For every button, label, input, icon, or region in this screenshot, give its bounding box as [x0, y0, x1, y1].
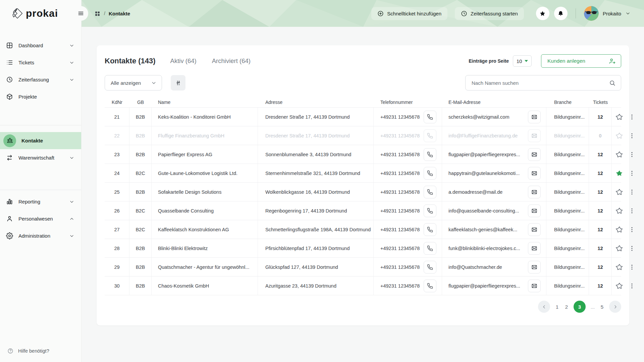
tab-aktiv[interactable]: Aktiv (64) — [170, 57, 197, 65]
quick-ticket-button[interactable]: Schnellticket hinzufügen — [371, 7, 447, 20]
favorite-star-button[interactable] — [616, 188, 623, 196]
avatar[interactable] — [584, 6, 599, 21]
pagination-next-button[interactable] — [609, 301, 621, 313]
email-button[interactable] — [528, 129, 541, 142]
pagination-page[interactable]: 5 — [600, 304, 604, 310]
row-menu-button[interactable] — [629, 189, 635, 195]
pagination-page-active[interactable]: 3 — [574, 301, 586, 313]
sidebar-item-zeiterfassung[interactable]: Zeiterfassung — [0, 71, 81, 88]
email-button[interactable] — [528, 223, 541, 236]
cell-adresse: Dresdener Straße 17, 44139 Dortmund — [258, 126, 374, 145]
kdnr-value: 25 — [114, 189, 119, 195]
favorite-star-button[interactable] — [616, 263, 623, 271]
filter-select[interactable]: Alle anzeigen — [105, 75, 162, 90]
table-row[interactable]: 27B2CKaffeeklatsch Konstruktionen AGSchm… — [105, 220, 621, 239]
table-row[interactable]: 21B2BKeks-Koalition - Konditorei GmbHDre… — [105, 107, 621, 126]
table-row[interactable]: 30B2BChaos-Kosmetik GmbHAzuritgasse 23, … — [105, 276, 621, 295]
apps-grid-icon[interactable] — [94, 10, 101, 17]
favorite-star-button-active[interactable] — [616, 170, 623, 177]
call-button[interactable] — [424, 129, 436, 142]
favorite-star-button[interactable] — [616, 282, 623, 290]
mail-icon — [531, 152, 537, 158]
chevron-down-icon[interactable] — [625, 11, 631, 16]
name-value: Quasselbande Consulting — [158, 208, 214, 214]
favorites-button[interactable] — [536, 7, 549, 20]
help-link[interactable]: Hilfe benötigt? — [0, 348, 82, 354]
email-button[interactable] — [528, 261, 541, 274]
table-row[interactable]: 22B2BFluffige Finanzberatung GmbHDresden… — [105, 126, 621, 145]
row-menu-button[interactable] — [629, 170, 635, 177]
tickets-value: 12 — [597, 189, 603, 195]
pagination-prev-button[interactable] — [538, 301, 550, 313]
table-row[interactable]: 29B2BQuatschmacher - Agentur für ungewöh… — [105, 257, 621, 276]
email-button[interactable] — [528, 242, 541, 255]
email-value: funk@blinkiblinki-electrojokes.c... — [448, 246, 520, 251]
table-row[interactable]: 28B2BBlinki-Blinki ElektrowitzPfirsichbl… — [105, 239, 621, 257]
table-row[interactable]: 24B2CGute-Laune-Lokomotive Logistik Ltd.… — [105, 164, 621, 182]
phone-icon — [427, 152, 433, 158]
call-button[interactable] — [424, 111, 436, 123]
favorite-star-button[interactable] — [616, 113, 623, 121]
email-button[interactable] — [528, 111, 541, 123]
favorite-star-button[interactable] — [616, 245, 623, 252]
call-button[interactable] — [424, 261, 436, 274]
favorite-star-button[interactable] — [616, 226, 623, 233]
email-button[interactable] — [528, 186, 541, 198]
row-menu-button[interactable] — [629, 245, 635, 252]
adresse-value: Dresdener Straße 17, 44139 Dortmund — [265, 133, 350, 138]
sidebar-item-projekte[interactable]: Projekte — [0, 88, 81, 105]
row-menu-button[interactable] — [629, 283, 635, 289]
chevron-down-icon — [69, 233, 74, 239]
sidebar-toggle-button[interactable] — [73, 6, 88, 21]
sidebar-item-reporting[interactable]: Reporting — [0, 193, 81, 210]
row-menu-button[interactable] — [629, 151, 635, 158]
search-icon[interactable] — [609, 80, 615, 86]
filter-options-button[interactable] — [171, 75, 185, 90]
notifications-button[interactable] — [554, 7, 568, 20]
gb-value: B2B — [136, 283, 145, 289]
row-menu-button[interactable] — [629, 132, 635, 139]
logo: prokai — [0, 0, 81, 27]
table-row[interactable]: 23B2BPapierflieger Express AGSonnenblume… — [105, 145, 621, 164]
table-row[interactable]: 26B2CQuasselbande ConsultingRegenbogenri… — [105, 201, 621, 220]
call-button[interactable] — [424, 167, 436, 180]
row-menu-button[interactable] — [629, 264, 635, 270]
call-button[interactable] — [424, 204, 436, 217]
email-button[interactable] — [528, 167, 541, 180]
cell-favorite — [612, 239, 627, 257]
call-button[interactable] — [424, 242, 436, 255]
sidebar-item-kontakte[interactable]: Kontakte — [0, 132, 81, 149]
sidebar-item-personalwesen[interactable]: Personalwesen — [0, 210, 81, 227]
kebab-menu-icon — [629, 151, 635, 158]
per-page-select[interactable]: 10 — [513, 55, 532, 67]
favorite-star-button[interactable] — [616, 132, 623, 139]
row-menu-button[interactable] — [629, 226, 635, 233]
favorite-star-button[interactable] — [616, 151, 623, 158]
call-button[interactable] — [424, 223, 436, 236]
sidebar-item-administration[interactable]: Administration — [0, 227, 81, 244]
sidebar-item-tickets[interactable]: Tickets — [0, 54, 81, 71]
sidebar-item-warenwirtschaft[interactable]: Warenwirtschaft — [0, 149, 81, 166]
email-button[interactable] — [528, 280, 541, 292]
search-input[interactable] — [472, 80, 609, 86]
mail-icon — [531, 283, 537, 289]
call-button[interactable] — [424, 186, 436, 198]
sidebar-item-dashboard[interactable]: Dashboard — [0, 37, 81, 54]
call-button[interactable] — [424, 148, 436, 161]
row-menu-button[interactable] — [629, 207, 635, 214]
call-button[interactable] — [424, 280, 436, 292]
row-menu-button[interactable] — [629, 114, 635, 120]
pagination-page[interactable]: 1 — [555, 304, 559, 310]
breadcrumb-current[interactable]: Kontakte — [109, 11, 130, 16]
tab-archiviert[interactable]: Archiviert (64) — [212, 57, 251, 65]
create-customer-button[interactable]: Kunden anlegen — [541, 54, 621, 68]
email-button[interactable] — [528, 148, 541, 161]
pagination-page[interactable]: 2 — [564, 304, 569, 310]
table-row[interactable]: 25B2BSofakartelle Design SolutionsWolken… — [105, 182, 621, 201]
time-tracking-button[interactable]: Zeiterfassung starten — [455, 7, 524, 20]
user-name[interactable]: Prokaito — [603, 11, 621, 16]
email-button[interactable] — [528, 204, 541, 217]
per-page-value: 10 — [517, 58, 522, 64]
email-value: happytrain@gutelaunelokomoti... — [448, 171, 520, 176]
favorite-star-button[interactable] — [616, 207, 623, 215]
